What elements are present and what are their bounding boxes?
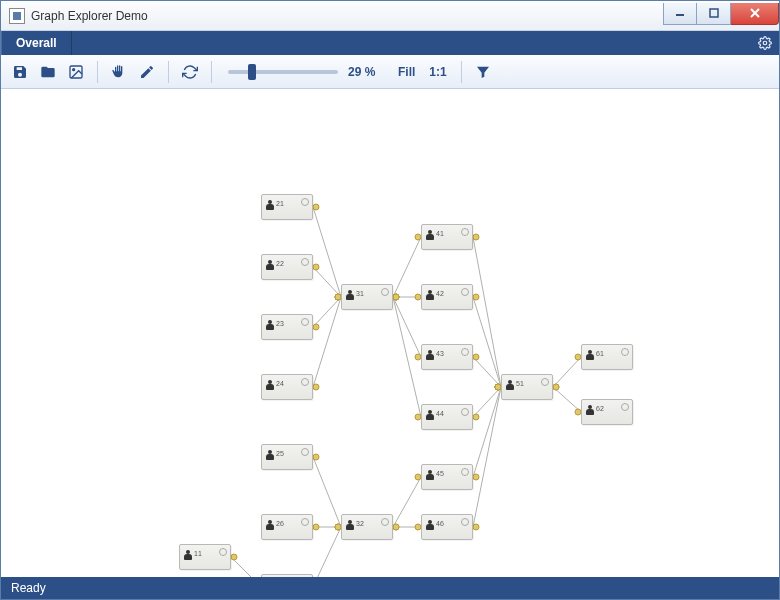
person-icon — [586, 350, 594, 360]
expand-icon[interactable] — [301, 198, 309, 206]
zoom-1to1-button[interactable]: 1:1 — [423, 59, 452, 85]
expand-icon[interactable] — [219, 548, 227, 556]
edge-port-icon — [393, 524, 399, 530]
node-label: 46 — [436, 520, 444, 527]
node-label: 32 — [356, 520, 364, 527]
window-buttons — [663, 3, 779, 25]
graph-node[interactable]: 61 — [581, 344, 633, 370]
graph-edge — [473, 387, 501, 527]
graph-node[interactable]: 32 — [341, 514, 393, 540]
tab-overall[interactable]: Overall — [1, 31, 72, 55]
expand-icon[interactable] — [381, 518, 389, 526]
pan-tool-button[interactable] — [106, 59, 132, 85]
zoom-fill-button[interactable]: Fill — [392, 59, 421, 85]
node-label: 42 — [436, 290, 444, 297]
graph-node[interactable]: 41 — [421, 224, 473, 250]
edit-tool-button[interactable] — [134, 59, 160, 85]
expand-icon[interactable] — [461, 468, 469, 476]
node-label: 21 — [276, 200, 284, 207]
graph-node[interactable]: 23 — [261, 314, 313, 340]
zoom-percent-label: 29 % — [348, 65, 382, 79]
edge-port-icon — [473, 294, 479, 300]
graph-edge — [313, 457, 341, 527]
node-label: 11 — [194, 550, 202, 557]
graph-node[interactable]: 25 — [261, 444, 313, 470]
titlebar[interactable]: Graph Explorer Demo — [1, 1, 779, 31]
person-icon — [346, 290, 354, 300]
app-icon — [9, 8, 25, 24]
expand-icon[interactable] — [621, 348, 629, 356]
person-icon — [426, 350, 434, 360]
edge-port-icon — [313, 524, 319, 530]
refresh-icon — [182, 64, 198, 80]
edge-port-icon — [473, 524, 479, 530]
graph-edge — [313, 207, 341, 297]
maximize-button[interactable] — [697, 3, 731, 25]
edge-port-icon — [393, 294, 399, 300]
image-icon — [68, 64, 84, 80]
graph-node[interactable]: 62 — [581, 399, 633, 425]
filter-button[interactable] — [470, 59, 496, 85]
expand-icon[interactable] — [301, 258, 309, 266]
graph-node[interactable]: 42 — [421, 284, 473, 310]
person-icon — [266, 200, 274, 210]
export-image-button[interactable] — [63, 59, 89, 85]
expand-icon[interactable] — [461, 288, 469, 296]
graph-canvas[interactable]: 1112212223242526273132414243444546516162 — [1, 89, 779, 577]
svg-point-6 — [73, 68, 75, 70]
expand-icon[interactable] — [541, 378, 549, 386]
minimize-button[interactable] — [663, 3, 697, 25]
person-icon — [266, 450, 274, 460]
expand-icon[interactable] — [621, 403, 629, 411]
expand-icon[interactable] — [301, 518, 309, 526]
graph-edge — [313, 297, 341, 387]
node-label: 22 — [276, 260, 284, 267]
expand-icon[interactable] — [461, 518, 469, 526]
graph-node[interactable]: 11 — [179, 544, 231, 570]
graph-node[interactable]: 51 — [501, 374, 553, 400]
open-button[interactable] — [35, 59, 61, 85]
graph-node[interactable]: 43 — [421, 344, 473, 370]
save-icon — [12, 64, 28, 80]
graph-node[interactable]: 24 — [261, 374, 313, 400]
edge-port-icon — [231, 554, 237, 560]
graph-edge — [313, 527, 341, 577]
save-button[interactable] — [7, 59, 33, 85]
expand-icon[interactable] — [301, 318, 309, 326]
graph-node[interactable]: 45 — [421, 464, 473, 490]
svg-point-4 — [763, 41, 767, 45]
zoom-slider[interactable] — [228, 70, 338, 74]
person-icon — [184, 550, 192, 560]
expand-icon[interactable] — [301, 448, 309, 456]
node-label: 45 — [436, 470, 444, 477]
expand-icon[interactable] — [301, 378, 309, 386]
graph-node[interactable]: 46 — [421, 514, 473, 540]
graph-edge — [393, 297, 421, 357]
node-label: 23 — [276, 320, 284, 327]
close-button[interactable] — [731, 3, 779, 25]
graph-node[interactable]: 44 — [421, 404, 473, 430]
node-label: 62 — [596, 405, 604, 412]
edge-port-icon — [313, 324, 319, 330]
graph-node[interactable]: 27 — [261, 574, 313, 577]
hand-icon — [111, 64, 127, 80]
tabstrip: Overall — [1, 31, 779, 55]
edge-port-icon — [313, 454, 319, 460]
graph-node[interactable]: 31 — [341, 284, 393, 310]
graph-edges-layer — [1, 89, 779, 577]
node-label: 44 — [436, 410, 444, 417]
graph-node[interactable]: 21 — [261, 194, 313, 220]
refresh-button[interactable] — [177, 59, 203, 85]
expand-icon[interactable] — [461, 228, 469, 236]
graph-node[interactable]: 26 — [261, 514, 313, 540]
expand-icon[interactable] — [381, 288, 389, 296]
settings-button[interactable] — [751, 31, 779, 55]
zoom-slider-thumb[interactable] — [248, 64, 256, 80]
graph-node[interactable]: 22 — [261, 254, 313, 280]
edge-port-icon — [473, 474, 479, 480]
expand-icon[interactable] — [461, 408, 469, 416]
person-icon — [346, 520, 354, 530]
edge-port-icon — [473, 234, 479, 240]
expand-icon[interactable] — [461, 348, 469, 356]
edge-port-icon — [473, 354, 479, 360]
